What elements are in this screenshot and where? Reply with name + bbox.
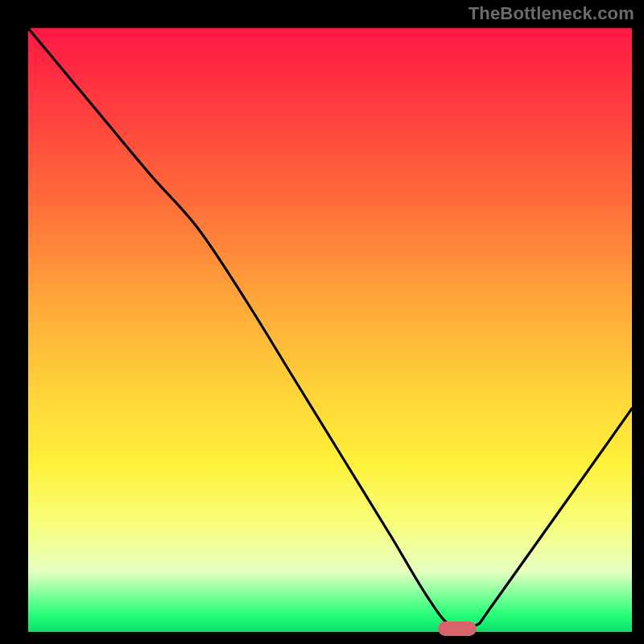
chart-gradient-background: [28, 28, 632, 632]
optimal-marker: [438, 621, 477, 636]
chart-frame: [28, 28, 632, 632]
watermark-text: TheBottleneck.com: [469, 3, 634, 24]
